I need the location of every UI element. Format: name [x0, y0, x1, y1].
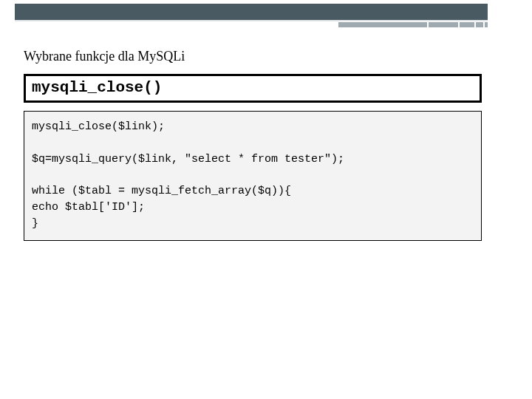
section-heading: Wybrane funkcje dla MySQLi — [24, 49, 185, 64]
deco-stripe — [338, 22, 427, 27]
deco-stripe — [460, 22, 474, 27]
deco-stripe — [476, 22, 483, 27]
deco-stripe — [429, 22, 458, 27]
header-underline — [15, 20, 488, 21]
code-box: mysqli_close($link); $q=mysqli_query($li… — [24, 111, 482, 241]
header-decoration — [338, 22, 488, 27]
header-bar — [15, 4, 488, 20]
code-snippet: mysqli_close($link); $q=mysqli_query($li… — [32, 119, 474, 231]
function-name: mysqli_close() — [32, 79, 162, 96]
slide: Wybrane funkcje dla MySQLi mysqli_close(… — [0, 0, 532, 399]
function-name-box: mysqli_close() — [24, 74, 482, 103]
deco-stripe — [485, 22, 488, 27]
